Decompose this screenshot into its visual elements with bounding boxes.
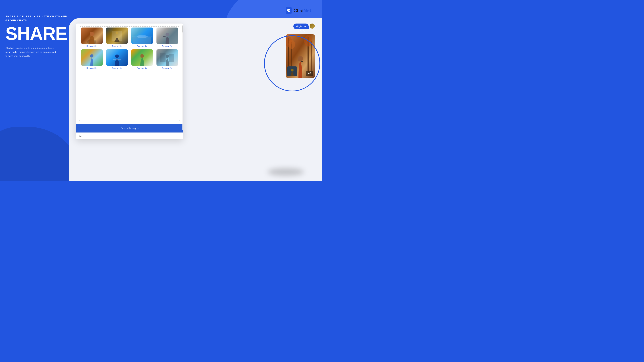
svg-point-13	[90, 54, 94, 57]
image-item-7: Remove file	[130, 49, 154, 69]
svg-point-10	[137, 35, 148, 38]
hero-subtitle: SHARE PICTURES IN PRIVATE CHATS AND GROU…	[6, 14, 71, 23]
svg-point-5	[90, 32, 94, 36]
logo-text: ChatNet	[294, 8, 311, 13]
image-decoration	[106, 49, 128, 66]
svg-point-2	[289, 10, 289, 11]
message-time: 01:54 PM ✓	[273, 30, 315, 32]
svg-rect-24	[311, 41, 312, 71]
image-item-8: Remove file	[156, 49, 179, 69]
image-item-6: Remove file	[105, 49, 128, 69]
svg-rect-18	[160, 53, 166, 62]
svg-point-3	[290, 10, 290, 11]
image-row-1: Remove file Remove file	[80, 27, 179, 48]
scrollbar[interactable]	[182, 24, 182, 129]
hero-content: SHARE PICTURES IN PRIVATE CHATS AND GROU…	[6, 14, 71, 58]
remove-file-btn-7[interactable]: Remove file	[135, 67, 149, 69]
image-decoration	[156, 27, 178, 44]
message-bubble: alright thx	[294, 23, 308, 29]
svg-point-11	[166, 32, 169, 36]
svg-rect-29	[301, 61, 303, 62]
image-item-5: Remove file	[80, 49, 104, 69]
chat-window: Remove file Remove file	[76, 23, 183, 139]
image-decoration	[131, 27, 153, 44]
svg-point-7	[116, 31, 118, 34]
image-item-2: Remove file	[105, 27, 128, 48]
image-preview-box: +5	[286, 34, 315, 78]
image-decoration	[81, 49, 103, 66]
image-thumb-5	[81, 49, 103, 66]
image-decoration	[131, 49, 153, 66]
remove-file-btn-8[interactable]: Remove file	[160, 67, 174, 69]
svg-point-26	[288, 40, 295, 49]
chat-preview: alright thx 01:54 PM ✓	[273, 23, 315, 80]
send-all-button[interactable]: Send all images	[76, 124, 183, 132]
svg-point-27	[304, 35, 312, 46]
image-thumb-6	[106, 49, 128, 66]
remove-file-btn-4[interactable]: Remove file	[160, 45, 174, 48]
image-thumb-4	[156, 27, 178, 44]
remove-file-btn-2[interactable]: Remove file	[110, 45, 124, 48]
remove-file-btn-6[interactable]: Remove file	[110, 67, 124, 69]
image-item-3: Remove file	[130, 27, 154, 48]
svg-point-16	[140, 54, 144, 58]
image-thumb-1	[81, 27, 103, 44]
logo: ChatNet	[286, 7, 311, 14]
svg-rect-9	[133, 37, 151, 44]
avatar	[310, 23, 315, 28]
hero-big-title: SHARE	[6, 24, 71, 42]
image-item-1: Remove file	[80, 27, 104, 48]
image-decoration	[106, 27, 128, 44]
svg-point-17	[166, 55, 169, 58]
remove-file-btn-3[interactable]: Remove file	[135, 45, 149, 48]
image-thumb-7	[131, 49, 153, 66]
image-time: 03:18 PM ✓	[286, 78, 315, 80]
hero-description: ChatNet enables you to share images betw…	[6, 46, 56, 58]
emoji-bar: ☺	[76, 132, 183, 139]
remove-file-btn-1[interactable]: Remove file	[85, 45, 98, 48]
svg-rect-19	[169, 54, 174, 62]
plus-overlay: +5	[306, 71, 313, 76]
logo-icon	[286, 7, 292, 14]
image-thumb-8	[156, 49, 178, 66]
image-thumb-3	[131, 27, 153, 44]
emoji-icon[interactable]: ☺	[79, 134, 82, 138]
preview-secondary-image	[287, 66, 297, 76]
image-row-2: Remove file Remove file	[80, 49, 179, 69]
upload-area: Remove file Remove file	[79, 26, 180, 121]
svg-point-14	[115, 54, 119, 58]
message-row: alright thx	[273, 23, 315, 30]
image-thumb-2	[106, 27, 128, 44]
secondary-art	[287, 66, 297, 76]
image-preview-container: +5 03:18 PM ✓	[286, 34, 315, 80]
shadow-decoration	[268, 168, 304, 176]
svg-point-1	[288, 10, 288, 11]
svg-rect-12	[163, 36, 166, 37]
svg-point-31	[291, 69, 294, 71]
image-item-4: Remove file	[156, 27, 179, 48]
image-decoration	[81, 27, 103, 44]
remove-file-btn-5[interactable]: Remove file	[85, 67, 98, 69]
image-decoration	[156, 49, 178, 66]
